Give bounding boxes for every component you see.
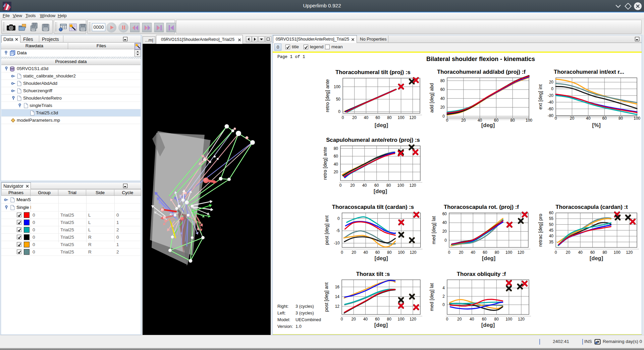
svg-text:post [deg] ant: post [deg] ant xyxy=(324,216,329,245)
svg-text:-40: -40 xyxy=(548,100,554,105)
svg-text:60: 60 xyxy=(590,250,595,255)
svg-text:0: 0 xyxy=(555,116,557,121)
svg-text:40: 40 xyxy=(578,250,583,255)
svg-text:UECombined: UECombined xyxy=(296,317,321,322)
svg-text:20: 20 xyxy=(334,170,338,174)
svg-text:Thoracohumeral add/abd (proj): Thoracohumeral add/abd (proj) :f xyxy=(437,69,526,75)
svg-text:Thoracoscapula rot. (proj) :f: Thoracoscapula rot. (proj) :f xyxy=(444,204,519,210)
svg-text:Right:: Right: xyxy=(277,304,288,309)
svg-text:0: 0 xyxy=(337,216,340,221)
svg-text:60: 60 xyxy=(549,211,554,215)
svg-text:80: 80 xyxy=(494,317,499,322)
svg-text:20: 20 xyxy=(570,116,575,121)
svg-text:retro [deg] ante: retro [deg] ante xyxy=(325,79,330,112)
svg-text:-5: -5 xyxy=(336,228,340,233)
svg-text:Thoracohumeral tilt (proj) :s: Thoracohumeral tilt (proj) :s xyxy=(335,69,411,75)
svg-text:16: 16 xyxy=(335,285,340,289)
svg-text:Page 1 of 1: Page 1 of 1 xyxy=(277,55,305,59)
svg-text:40: 40 xyxy=(471,250,476,255)
svg-text:0: 0 xyxy=(338,109,340,114)
svg-text:40: 40 xyxy=(362,183,367,188)
svg-text:0: 0 xyxy=(339,183,342,188)
svg-text:20: 20 xyxy=(459,250,464,255)
svg-text:retrac [deg] pro: retrac [deg] pro xyxy=(538,214,543,246)
svg-text:100: 100 xyxy=(505,250,512,255)
svg-text:0: 0 xyxy=(555,250,557,255)
svg-text:Thorax obliquity :f: Thorax obliquity :f xyxy=(457,271,506,277)
svg-text:40: 40 xyxy=(586,116,591,121)
svg-text:100: 100 xyxy=(505,317,512,322)
svg-text:60: 60 xyxy=(334,154,338,159)
svg-text:Version:: Version: xyxy=(277,324,293,329)
svg-text:100: 100 xyxy=(614,250,621,255)
svg-text:120: 120 xyxy=(518,317,525,322)
svg-text:80: 80 xyxy=(387,115,392,120)
svg-text:post [deg] ant: post [deg] ant xyxy=(324,282,329,312)
svg-text:80: 80 xyxy=(387,250,392,255)
svg-text:40: 40 xyxy=(442,220,447,225)
svg-text:Bilateral shoulder flexion - k: Bilateral shoulder flexion - kinematics xyxy=(426,56,535,62)
svg-text:120: 120 xyxy=(626,250,633,255)
svg-text:60: 60 xyxy=(374,183,379,188)
svg-text:50: 50 xyxy=(336,97,341,102)
svg-text:Thoracohumeral int/ext r...: Thoracohumeral int/ext r... xyxy=(554,69,624,75)
svg-text:0: 0 xyxy=(551,86,553,91)
svg-text:80: 80 xyxy=(602,250,607,255)
svg-text:0: 0 xyxy=(342,115,344,120)
svg-text:[deg]: [deg] xyxy=(374,322,388,328)
svg-text:Left:: Left: xyxy=(277,310,286,315)
svg-text:[%]: [%] xyxy=(592,122,601,128)
svg-text:60: 60 xyxy=(440,87,445,92)
svg-text:40: 40 xyxy=(440,96,445,101)
svg-text:120: 120 xyxy=(518,250,524,255)
svg-text:20: 20 xyxy=(352,115,357,120)
svg-text:2: 2 xyxy=(442,294,445,299)
svg-text:ext [deg] int: ext [deg] int xyxy=(538,84,543,110)
svg-text:80: 80 xyxy=(495,250,499,255)
svg-text:14: 14 xyxy=(335,294,340,299)
svg-text:60: 60 xyxy=(483,250,487,255)
svg-text:100: 100 xyxy=(398,115,405,120)
svg-text:40: 40 xyxy=(363,317,368,322)
svg-text:60: 60 xyxy=(375,250,380,255)
svg-text:20: 20 xyxy=(440,105,445,110)
svg-text:100: 100 xyxy=(398,317,405,322)
svg-text:0: 0 xyxy=(448,250,450,255)
svg-text:120: 120 xyxy=(410,317,416,322)
svg-text:35: 35 xyxy=(549,240,554,244)
svg-text:0: 0 xyxy=(341,317,343,322)
svg-text:40: 40 xyxy=(549,234,554,238)
svg-text:20: 20 xyxy=(457,317,462,322)
svg-text:retro [deg] ante: retro [deg] ante xyxy=(322,147,328,180)
svg-text:100: 100 xyxy=(397,183,404,188)
svg-text:3 (cycles): 3 (cycles) xyxy=(296,304,314,309)
svg-text:55: 55 xyxy=(549,216,554,221)
svg-text:80: 80 xyxy=(619,116,623,121)
svg-text:[deg]: [deg] xyxy=(374,255,388,261)
svg-text:3 (cycles): 3 (cycles) xyxy=(296,310,314,315)
svg-text:[deg]: [deg] xyxy=(374,188,387,194)
svg-text:80: 80 xyxy=(387,317,392,322)
svg-text:[deg]: [deg] xyxy=(482,255,495,261)
svg-text:0: 0 xyxy=(442,302,445,307)
svg-text:40: 40 xyxy=(364,115,369,120)
svg-text:20: 20 xyxy=(352,317,356,322)
svg-text:0: 0 xyxy=(341,250,343,255)
svg-text:med [deg] lat: med [deg] lat xyxy=(429,283,434,311)
svg-text:med [deg] lat: med [deg] lat xyxy=(431,216,436,244)
svg-text:80: 80 xyxy=(511,118,515,123)
svg-text:0: 0 xyxy=(442,114,445,119)
svg-text:0: 0 xyxy=(446,317,448,322)
svg-text:40: 40 xyxy=(334,162,338,167)
svg-text:0: 0 xyxy=(446,118,448,123)
svg-text:20: 20 xyxy=(566,250,571,255)
svg-text:60: 60 xyxy=(442,212,447,216)
svg-text:60: 60 xyxy=(482,317,487,322)
svg-text:0: 0 xyxy=(444,238,447,243)
svg-text:Thoracoscapula (cardan) :t: Thoracoscapula (cardan) :t xyxy=(555,204,628,210)
svg-text:60: 60 xyxy=(376,115,380,120)
svg-text:45: 45 xyxy=(549,228,554,233)
svg-text:120: 120 xyxy=(409,115,416,120)
svg-text:100: 100 xyxy=(398,250,405,255)
svg-text:Thoracoscapula tilt (cardan) :: Thoracoscapula tilt (cardan) :s xyxy=(332,204,414,210)
